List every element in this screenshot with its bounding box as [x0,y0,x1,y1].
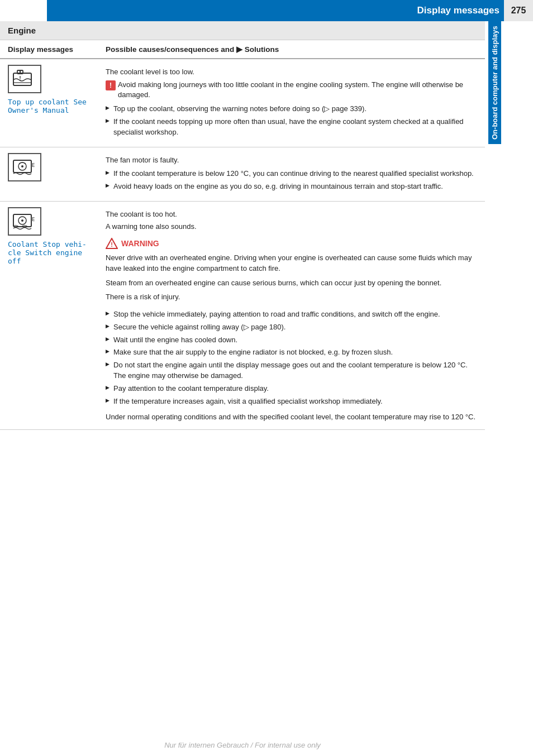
list-item: Pay attention to the coolant temperature… [106,382,477,395]
table-row: E Coolant Stop vehi-cle Switch engineoff… [0,201,485,429]
warning-block: ! WARNING Never drive with an overheated… [106,238,477,303]
coolant-hot-icon: E [8,207,90,236]
col2-header: Possible causes/consequences and ▶ Solut… [98,40,485,59]
warning-para3: There is a risk of injury. [106,291,477,303]
row3-para2: A warning tone also sounds. [106,221,477,232]
list-item: If the coolant needs topping up more oft… [106,116,477,139]
header-bar: Display messages [47,0,533,21]
row2-display-msg: E [0,147,98,201]
list-item: Do not start the engine again until the … [106,359,477,382]
svg-text:!: ! [111,241,113,248]
list-item: Secure the vehicle against rolling away … [106,321,477,334]
list-item: Stop the vehicle immediately, paying att… [106,308,477,321]
row1-info-line: ! Avoid making long journeys with too li… [106,80,477,101]
row1-para1: The coolant level is too low. [106,66,477,78]
page-number: 275 [504,0,533,21]
fan-motor-icon: E [8,153,90,181]
list-item: If the coolant temperature is below 120 … [106,168,477,180]
row1-content: The coolant level is too low. ! Avoid ma… [98,59,485,147]
main-content: Engine Display messages Possible causes/… [0,21,485,452]
svg-text:!: ! [18,75,22,82]
warning-label: WARNING [121,239,159,248]
svg-rect-0 [13,73,31,85]
svg-text:E: E [32,162,35,168]
svg-point-11 [21,219,23,222]
row1-info-text: Avoid making long journeys with too litt… [118,80,477,101]
list-item: If the temperature increases again, visi… [106,395,477,408]
warning-triangle-icon: ! [106,238,118,249]
sidebar-right: On-board computer and displays [485,0,504,726]
warning-para1: Never drive with an overheated engine. D… [106,252,477,274]
row1-bullets: Top up the coolant, observing the warnin… [106,103,477,139]
list-item: Wait until the engine has cooled down. [106,334,477,347]
coolant-hot-icon-svg: E [11,210,39,231]
row3-closing1: Under normal operating conditions and wi… [106,412,477,423]
coolant-icon-svg: ! [11,68,39,89]
row2-content: The fan motor is faulty. If the coolant … [98,147,485,201]
row2-para1: The fan motor is faulty. [106,155,477,166]
list-item: Avoid heavy loads on the engine as you d… [106,180,477,193]
row1-label: Top up coolant See Owner's Manual [8,98,90,114]
col1-header: Display messages [0,40,98,59]
info-icon: ! [106,80,116,90]
table-row: E The fan motor is faulty. If the coolan… [0,147,485,201]
footer-watermark: Nur für internen Gebrauch / For internal… [0,741,485,749]
row3-bullets: Stop the vehicle immediately, paying att… [106,308,477,408]
svg-point-7 [21,165,23,168]
row3-label: Coolant Stop vehi-cle Switch engineoff [8,240,90,265]
row3-content: The coolant is too hot. A warning tone a… [98,201,485,429]
section-header: Engine [0,21,485,40]
row3-display-msg: E Coolant Stop vehi-cle Switch engineoff [0,201,98,429]
row3-para1: The coolant is too hot. [106,209,477,220]
svg-text:E: E [32,217,35,222]
coolant-level-icon: ! [8,65,90,93]
list-item: Top up the coolant, observing the warnin… [106,103,477,116]
table-row: ! Top up coolant See Owner's Manual The … [0,59,485,147]
sidebar-label: On-board computer and displays [488,21,501,144]
row1-display-msg: ! Top up coolant See Owner's Manual [0,59,98,147]
list-item: Make sure that the air supply to the eng… [106,346,477,359]
warning-title: ! WARNING [106,238,477,249]
row2-bullets: If the coolant temperature is below 120 … [106,168,477,193]
messages-table: Display messages Possible causes/consequ… [0,40,485,430]
fan-icon-svg: E [11,156,39,177]
warning-para2: Steam from an overheated engine can caus… [106,277,477,289]
